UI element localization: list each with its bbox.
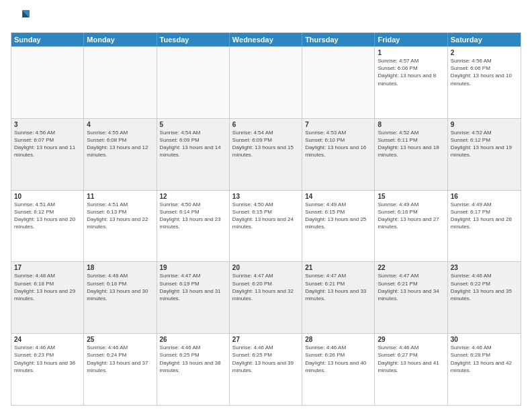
day-number: 30 — [451, 336, 518, 343]
cal-cell: 25Sunrise: 4:46 AMSunset: 6:24 PMDayligh… — [84, 334, 157, 405]
day-info: Sunrise: 4:55 AMSunset: 6:08 PMDaylight:… — [87, 129, 153, 159]
day-info: Sunrise: 4:48 AMSunset: 6:18 PMDaylight:… — [87, 272, 153, 302]
cal-cell: 6Sunrise: 4:54 AMSunset: 6:09 PMDaylight… — [230, 119, 302, 190]
cal-cell: 9Sunrise: 4:52 AMSunset: 6:12 PMDaylight… — [448, 119, 521, 190]
cal-cell: 10Sunrise: 4:51 AMSunset: 6:12 PMDayligh… — [11, 191, 84, 262]
day-number: 8 — [378, 121, 444, 128]
cal-header-wednesday: Wednesday — [230, 33, 302, 46]
day-number: 29 — [378, 336, 444, 343]
cal-cell: 15Sunrise: 4:49 AMSunset: 6:16 PMDayligh… — [375, 191, 447, 262]
day-number: 4 — [87, 121, 153, 128]
day-info: Sunrise: 4:46 AMSunset: 6:22 PMDaylight:… — [451, 272, 518, 302]
day-info: Sunrise: 4:47 AMSunset: 6:21 PMDaylight:… — [305, 272, 371, 302]
day-info: Sunrise: 4:49 AMSunset: 6:15 PMDaylight:… — [305, 201, 371, 231]
cal-header-monday: Monday — [84, 33, 157, 46]
day-info: Sunrise: 4:46 AMSunset: 6:28 PMDaylight:… — [451, 344, 518, 374]
cal-cell: 11Sunrise: 4:51 AMSunset: 6:13 PMDayligh… — [84, 191, 157, 262]
day-info: Sunrise: 4:51 AMSunset: 6:12 PMDaylight:… — [14, 201, 81, 231]
cal-cell: 1Sunrise: 4:57 AMSunset: 6:06 PMDaylight… — [375, 47, 447, 118]
header — [11, 8, 521, 27]
cal-week-2: 3Sunrise: 4:56 AMSunset: 6:07 PMDaylight… — [11, 118, 521, 190]
cal-week-5: 24Sunrise: 4:46 AMSunset: 6:23 PMDayligh… — [11, 333, 521, 405]
day-number: 15 — [378, 193, 444, 200]
cal-cell: 21Sunrise: 4:47 AMSunset: 6:21 PMDayligh… — [302, 262, 375, 333]
cal-cell: 22Sunrise: 4:47 AMSunset: 6:21 PMDayligh… — [375, 262, 447, 333]
cal-cell — [11, 47, 84, 118]
cal-week-1: 1Sunrise: 4:57 AMSunset: 6:06 PMDaylight… — [11, 46, 521, 118]
day-info: Sunrise: 4:46 AMSunset: 6:24 PMDaylight:… — [87, 344, 153, 374]
day-info: Sunrise: 4:52 AMSunset: 6:11 PMDaylight:… — [378, 129, 444, 159]
day-number: 22 — [378, 264, 444, 271]
day-info: Sunrise: 4:46 AMSunset: 6:26 PMDaylight:… — [305, 344, 371, 374]
day-number: 23 — [451, 264, 518, 271]
day-number: 14 — [305, 193, 371, 200]
cal-cell: 3Sunrise: 4:56 AMSunset: 6:07 PMDaylight… — [11, 119, 84, 190]
day-info: Sunrise: 4:49 AMSunset: 6:17 PMDaylight:… — [451, 201, 518, 231]
day-info: Sunrise: 4:47 AMSunset: 6:21 PMDaylight:… — [378, 272, 444, 302]
cal-cell: 27Sunrise: 4:46 AMSunset: 6:25 PMDayligh… — [230, 334, 302, 405]
day-info: Sunrise: 4:51 AMSunset: 6:13 PMDaylight:… — [87, 201, 153, 231]
logo-icon — [11, 8, 30, 27]
day-number: 13 — [232, 193, 299, 200]
day-info: Sunrise: 4:53 AMSunset: 6:10 PMDaylight:… — [305, 129, 371, 159]
day-number: 18 — [87, 264, 153, 271]
day-number: 28 — [305, 336, 371, 343]
cal-cell: 14Sunrise: 4:49 AMSunset: 6:15 PMDayligh… — [302, 191, 375, 262]
day-number: 9 — [451, 121, 518, 128]
day-info: Sunrise: 4:47 AMSunset: 6:19 PMDaylight:… — [160, 272, 226, 302]
day-info: Sunrise: 4:54 AMSunset: 6:09 PMDaylight:… — [232, 129, 299, 159]
day-info: Sunrise: 4:48 AMSunset: 6:18 PMDaylight:… — [14, 272, 81, 302]
calendar-header-row: SundayMondayTuesdayWednesdayThursdayFrid… — [11, 33, 521, 46]
day-number: 26 — [160, 336, 226, 343]
day-number: 17 — [14, 264, 81, 271]
cal-week-3: 10Sunrise: 4:51 AMSunset: 6:12 PMDayligh… — [11, 190, 521, 262]
day-info: Sunrise: 4:46 AMSunset: 6:25 PMDaylight:… — [232, 344, 299, 374]
day-number: 16 — [451, 193, 518, 200]
cal-cell: 23Sunrise: 4:46 AMSunset: 6:22 PMDayligh… — [448, 262, 521, 333]
cal-cell: 16Sunrise: 4:49 AMSunset: 6:17 PMDayligh… — [448, 191, 521, 262]
cal-cell: 26Sunrise: 4:46 AMSunset: 6:25 PMDayligh… — [157, 334, 230, 405]
cal-cell — [302, 47, 375, 118]
cal-cell: 20Sunrise: 4:47 AMSunset: 6:20 PMDayligh… — [230, 262, 302, 333]
cal-cell: 30Sunrise: 4:46 AMSunset: 6:28 PMDayligh… — [448, 334, 521, 405]
day-number: 25 — [87, 336, 153, 343]
cal-cell — [157, 47, 230, 118]
calendar-body: 1Sunrise: 4:57 AMSunset: 6:06 PMDaylight… — [11, 46, 521, 405]
cal-cell: 4Sunrise: 4:55 AMSunset: 6:08 PMDaylight… — [84, 119, 157, 190]
day-info: Sunrise: 4:47 AMSunset: 6:20 PMDaylight:… — [232, 272, 299, 302]
day-number: 19 — [160, 264, 226, 271]
day-number: 21 — [305, 264, 371, 271]
cal-cell: 29Sunrise: 4:46 AMSunset: 6:27 PMDayligh… — [375, 334, 447, 405]
day-info: Sunrise: 4:57 AMSunset: 6:06 PMDaylight:… — [378, 57, 444, 87]
cal-week-4: 17Sunrise: 4:48 AMSunset: 6:18 PMDayligh… — [11, 261, 521, 333]
day-info: Sunrise: 4:46 AMSunset: 6:25 PMDaylight:… — [160, 344, 226, 374]
day-info: Sunrise: 4:50 AMSunset: 6:15 PMDaylight:… — [232, 201, 299, 231]
day-info: Sunrise: 4:50 AMSunset: 6:14 PMDaylight:… — [160, 201, 226, 231]
calendar: SundayMondayTuesdayWednesdayThursdayFrid… — [11, 32, 521, 406]
day-number: 6 — [232, 121, 299, 128]
day-number: 1 — [378, 49, 444, 56]
logo — [11, 8, 32, 27]
cal-header-tuesday: Tuesday — [157, 33, 230, 46]
cal-cell: 28Sunrise: 4:46 AMSunset: 6:26 PMDayligh… — [302, 334, 375, 405]
cal-cell — [84, 47, 157, 118]
day-info: Sunrise: 4:56 AMSunset: 6:06 PMDaylight:… — [451, 57, 518, 87]
day-number: 3 — [14, 121, 81, 128]
cal-header-friday: Friday — [375, 33, 447, 46]
cal-cell — [230, 47, 302, 118]
cal-cell: 17Sunrise: 4:48 AMSunset: 6:18 PMDayligh… — [11, 262, 84, 333]
cal-cell: 18Sunrise: 4:48 AMSunset: 6:18 PMDayligh… — [84, 262, 157, 333]
day-number: 20 — [232, 264, 299, 271]
cal-cell: 19Sunrise: 4:47 AMSunset: 6:19 PMDayligh… — [157, 262, 230, 333]
day-number: 10 — [14, 193, 81, 200]
day-number: 11 — [87, 193, 153, 200]
cal-header-saturday: Saturday — [448, 33, 521, 46]
cal-cell: 7Sunrise: 4:53 AMSunset: 6:10 PMDaylight… — [302, 119, 375, 190]
day-info: Sunrise: 4:52 AMSunset: 6:12 PMDaylight:… — [451, 129, 518, 159]
day-info: Sunrise: 4:46 AMSunset: 6:23 PMDaylight:… — [14, 344, 81, 374]
cal-header-sunday: Sunday — [11, 33, 84, 46]
cal-cell: 2Sunrise: 4:56 AMSunset: 6:06 PMDaylight… — [448, 47, 521, 118]
day-info: Sunrise: 4:54 AMSunset: 6:09 PMDaylight:… — [160, 129, 226, 159]
day-number: 5 — [160, 121, 226, 128]
day-number: 7 — [305, 121, 371, 128]
